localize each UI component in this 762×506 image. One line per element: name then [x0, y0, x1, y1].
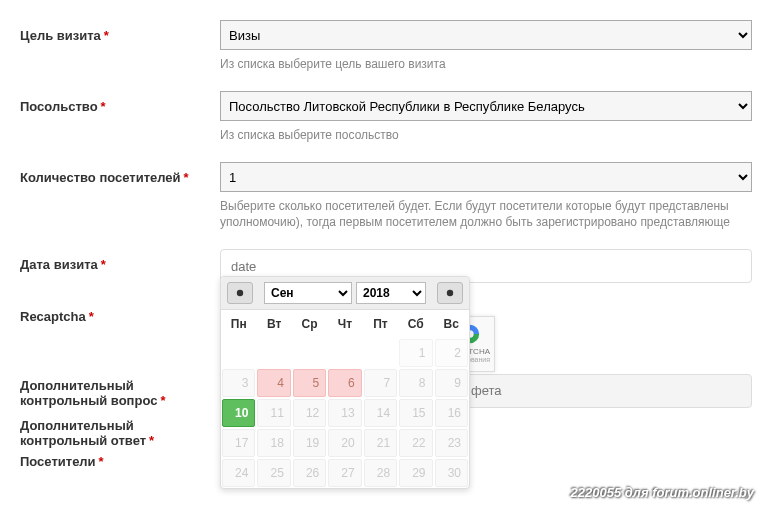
calendar-day[interactable]: 24	[222, 459, 255, 487]
visitors-label: Количество посетителей	[20, 170, 181, 185]
calendar-day[interactable]: 5	[293, 369, 326, 397]
calendar-year-select[interactable]: 2018	[356, 282, 426, 304]
calendar-weekday: Пт	[363, 310, 398, 338]
calendar-day[interactable]: 21	[364, 429, 397, 457]
calendar-day[interactable]: 2	[435, 339, 468, 367]
calendar-month-select[interactable]: Сен	[264, 282, 352, 304]
calendar-weekday: Ср	[292, 310, 327, 338]
calendar-weekday: Вс	[434, 310, 469, 338]
svg-point-1	[447, 290, 453, 296]
required-mark: *	[101, 99, 106, 114]
required-mark: *	[89, 309, 94, 324]
required-mark: *	[160, 393, 165, 408]
chevron-left-icon	[236, 289, 244, 297]
calendar-day[interactable]: 17	[222, 429, 255, 457]
calendar-weekday: Чт	[327, 310, 362, 338]
sec-answer-label: Дополнительный контрольный ответ	[20, 418, 146, 448]
calendar-day[interactable]: 9	[435, 369, 468, 397]
calendar-grid: ПнВтСрЧтПтСбВс 1234567891011121314151617…	[221, 310, 469, 488]
calendar-day[interactable]: 25	[257, 459, 290, 487]
required-mark: *	[184, 170, 189, 185]
calendar-day[interactable]: 4	[257, 369, 290, 397]
calendar-day[interactable]: 30	[435, 459, 468, 487]
calendar-day[interactable]: 11	[257, 399, 290, 427]
svg-point-0	[237, 290, 243, 296]
embassy-label: Посольство	[20, 99, 98, 114]
calendar-day[interactable]: 26	[293, 459, 326, 487]
required-mark: *	[104, 28, 109, 43]
purpose-hint: Из списка выберите цель вашего визита	[220, 56, 752, 73]
calendar-day[interactable]: 3	[222, 369, 255, 397]
calendar-day[interactable]: 14	[364, 399, 397, 427]
calendar-day[interactable]: 13	[328, 399, 361, 427]
purpose-label: Цель визита	[20, 28, 101, 43]
calendar-day[interactable]: 1	[399, 339, 432, 367]
calendar-day[interactable]: 15	[399, 399, 432, 427]
calendar-day[interactable]: 10	[222, 399, 255, 427]
calendar-day[interactable]: 12	[293, 399, 326, 427]
visitors-select[interactable]: 1	[220, 162, 752, 192]
calendar-next-button[interactable]	[437, 282, 463, 304]
date-picker[interactable]: Сен 2018 ПнВтСрЧтПтСбВс 1234567891011121…	[220, 276, 470, 489]
calendar-weekday: Пн	[221, 310, 256, 338]
purpose-select[interactable]: Визы	[220, 20, 752, 50]
calendar-day[interactable]: 18	[257, 429, 290, 457]
required-mark: *	[101, 257, 106, 272]
embassy-select[interactable]: Посольство Литовской Республики в Респуб…	[220, 91, 752, 121]
calendar-day[interactable]: 20	[328, 429, 361, 457]
calendar-weekday: Вт	[256, 310, 291, 338]
chevron-right-icon	[446, 289, 454, 297]
calendar-day[interactable]: 19	[293, 429, 326, 457]
calendar-weekday: Сб	[398, 310, 433, 338]
visit-date-label: Дата визита	[20, 257, 98, 272]
calendar-prev-button[interactable]	[227, 282, 253, 304]
calendar-day[interactable]: 16	[435, 399, 468, 427]
calendar-day[interactable]: 27	[328, 459, 361, 487]
calendar-day[interactable]: 23	[435, 429, 468, 457]
visitors-section-label: Посетители	[20, 454, 96, 469]
calendar-day[interactable]: 7	[364, 369, 397, 397]
calendar-day[interactable]: 29	[399, 459, 432, 487]
recaptcha-label: Recaptcha	[20, 309, 86, 324]
required-mark: *	[99, 454, 104, 469]
calendar-day[interactable]: 8	[399, 369, 432, 397]
required-mark: *	[149, 433, 154, 448]
sec-question-label: Дополнительный контрольный вопрос	[20, 378, 157, 408]
embassy-hint: Из списка выберите посольство	[220, 127, 752, 144]
calendar-day[interactable]: 6	[328, 369, 361, 397]
visitors-hint: Выберите сколько посетителей будет. Если…	[220, 198, 752, 232]
watermark: 2220055 для forum.onliner.by	[571, 485, 754, 500]
calendar-day[interactable]: 28	[364, 459, 397, 487]
calendar-day[interactable]: 22	[399, 429, 432, 457]
